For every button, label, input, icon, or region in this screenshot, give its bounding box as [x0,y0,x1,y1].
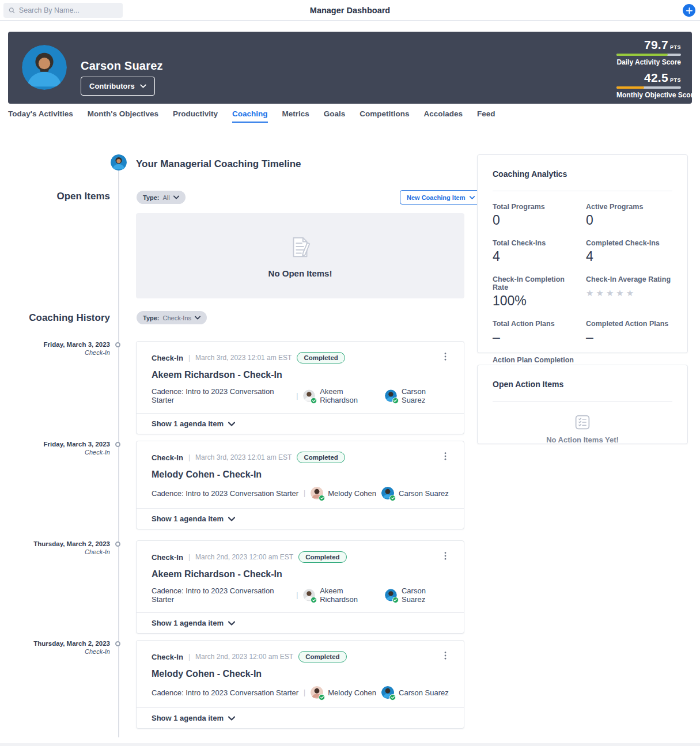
kebab-menu-icon[interactable] [442,551,449,563]
tab-accolades[interactable]: Accolades [424,109,463,123]
monthly-objective-progress-bar [616,86,681,89]
check-in-title: Melody Cohen - Check-In [152,669,449,679]
nav-tabs: Today's Activities Month's Objectives Pr… [8,109,495,123]
divider [493,191,672,191]
stat-check-in-completion-rate: Check-In Completion Rate100% [493,275,579,309]
plus-icon [686,7,693,14]
completed-check-icon [389,495,396,501]
entry-datetime: March 2nd, 2023 12:00 am EST [195,553,293,561]
tab-productivity[interactable]: Productivity [173,109,218,123]
star-rating: ★★★★★ [586,288,672,298]
analytics-stats: Total Programs0 Active Programs0 Total C… [493,203,672,389]
add-button[interactable] [683,4,695,17]
entry-kind: Check-In [152,553,183,562]
chevron-down-icon [173,195,179,199]
participant-name: Melody Cohen [328,489,376,498]
contributors-dropdown[interactable]: Contributors [81,77,155,96]
participant-name: Carson Suarez [399,688,449,697]
timeline-marker [115,541,120,547]
entry-date: Thursday, March 2, 2023 [0,540,110,547]
show-agenda-toggle[interactable]: Show 1 agenda item [137,612,464,633]
completed-check-icon [392,397,399,404]
manager-dashboard-page: Manager Dashboard Carson Suarez Contribu… [0,0,700,746]
tab-todays-activities[interactable]: Today's Activities [8,109,73,123]
entry-date: Friday, March 3, 2023 [0,441,110,448]
completed-check-icon [392,597,399,603]
completed-check-icon [311,397,317,404]
chevron-down-icon [228,716,235,721]
participant: Akeem Richardson [303,586,380,604]
tab-goals[interactable]: Goals [324,109,346,123]
entry-date-kind: Check-In [0,548,110,555]
search-input[interactable] [19,6,118,14]
profile-avatar [22,45,67,90]
cadence-text: Cadence: Intro to 2023 Conversation Star… [152,586,291,604]
profile-header: Carson Suarez Contributors 79.7PTS Daily… [8,32,692,104]
no-open-items-text: No Open Items! [268,268,332,278]
stat-completed-action-plans: Completed Action Plans– [586,320,672,345]
score-panel: 79.7PTS Daily Activity Score 42.5PTS Mon… [616,39,681,99]
stat-total-programs: Total Programs0 [493,203,579,228]
entry-datetime: March 3rd, 2023 12:01 am EST [195,453,292,461]
top-bar: Manager Dashboard [0,0,700,21]
completed-check-icon [389,694,396,700]
timeline-line [118,171,119,737]
chevron-down-icon [228,621,235,626]
entry-date-kind: Check-In [0,349,110,356]
participant-name: Akeem Richardson [320,387,380,404]
tab-coaching[interactable]: Coaching [232,109,268,123]
check-in-card: Check-In | March 3rd, 2023 12:01 am EST … [136,341,464,434]
entry-kind: Check-In [152,653,183,661]
carson-avatar-image [111,154,127,171]
kebab-menu-icon[interactable] [442,650,449,663]
search-box[interactable] [3,3,123,18]
entry-date: Thursday, March 2, 2023 [0,640,110,647]
kebab-menu-icon[interactable] [442,451,449,464]
participant: Melody Cohen [311,487,376,499]
check-in-title: Akeem Richardson - Check-In [152,569,449,580]
history-type-filter[interactable]: Type: Check-Ins [137,311,207,324]
stat-total-action-plans: Total Action Plans– [493,320,579,345]
entry-date-kind: Check-In [0,648,110,655]
divider [493,401,672,402]
show-agenda-toggle[interactable]: Show 1 agenda item [137,413,464,434]
tab-metrics[interactable]: Metrics [282,109,309,123]
check-in-card: Check-In | March 3rd, 2023 12:01 am EST … [136,441,464,529]
carson-avatar-image [22,45,67,90]
coaching-analytics-card: Coaching Analytics Total Programs0 Activ… [477,154,688,353]
status-badge: Completed [298,651,346,662]
participant: Carson Suarez [385,586,449,604]
timeline-heading: Your Managerial Coaching Timeline [136,158,301,170]
action-items-title: Open Action Items [493,380,672,389]
tab-months-objectives[interactable]: Month's Objectives [88,109,158,123]
chevron-down-icon [228,517,235,521]
participant-name: Melody Cohen [328,688,376,697]
open-items-type-filter[interactable]: Type: All [137,191,186,204]
chevron-down-icon [228,422,235,426]
completed-check-icon [319,495,325,501]
timeline-avatar [111,154,127,171]
no-action-items-text: No Action Items Yet! [546,436,619,444]
entry-date-kind: Check-In [0,449,110,456]
show-agenda-toggle[interactable]: Show 1 agenda item [137,508,464,529]
show-agenda-toggle[interactable]: Show 1 agenda item [137,707,464,728]
completed-check-icon [311,597,317,603]
participant-name: Carson Suarez [402,387,449,404]
open-items-empty-state: No Open Items! [136,213,464,298]
timeline-marker [115,342,120,347]
stat-active-programs: Active Programs0 [586,203,672,228]
action-items-empty-state: No Action Items Yet! [493,414,672,444]
entry-datetime: March 3rd, 2023 12:01 am EST [195,354,292,362]
manager-name: Carson Suarez [81,59,163,73]
new-coaching-item-button[interactable]: New Coaching Item [400,190,482,205]
tab-competitions[interactable]: Competitions [360,109,409,123]
stat-completed-check-ins: Completed Check-Ins4 [586,239,672,264]
kebab-menu-icon[interactable] [442,351,449,364]
participant-name: Akeem Richardson [320,586,380,604]
participant: Melody Cohen [311,686,376,699]
tab-feed[interactable]: Feed [477,109,495,123]
timeline-marker [115,442,120,447]
daily-activity-progress-bar [616,54,681,56]
check-in-card: Check-In | March 2nd, 2023 12:00 am EST … [136,640,464,729]
participant-name: Carson Suarez [402,586,449,604]
